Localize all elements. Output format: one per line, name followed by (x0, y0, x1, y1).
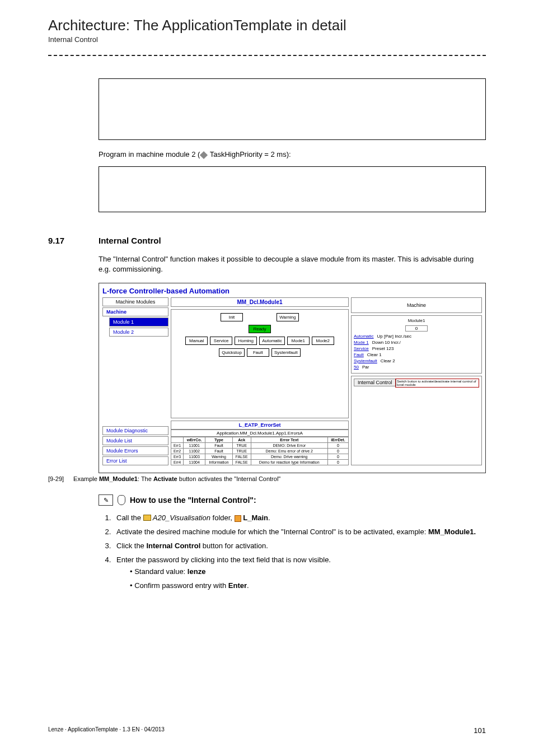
diamond-icon (200, 151, 208, 158)
state-mode1[interactable]: Mode1 (287, 337, 310, 345)
center-header: MM_Dcl.Module1 (171, 297, 349, 307)
program-suffix: TaskHighPriority = 2 ms): (208, 150, 291, 158)
step-2: Activate the desired machine module for … (113, 528, 486, 536)
pencil-icon: ✎ (99, 494, 113, 506)
state-service[interactable]: Service (210, 337, 232, 345)
step2-module: MM_Module1. (428, 528, 476, 536)
label-up: Up [Par] Incr./sec (377, 334, 411, 339)
ui-screenshot: L-force Controller-based Automation Mach… (99, 283, 486, 473)
table-row: Err3 11003 Warning FALSE Demo: Drive war… (171, 454, 349, 460)
doc-icon (235, 515, 241, 522)
state-warning[interactable]: Warning (277, 313, 299, 321)
col-werrco: wErrCo. (184, 437, 205, 443)
caption-bold1: MM_Module1 (99, 475, 138, 482)
link-service[interactable]: Service (354, 346, 369, 351)
btn-module-diagnostic[interactable]: Module Diagnostic (102, 426, 168, 435)
page-title: Architecture: The ApplicationTemplate in… (48, 17, 486, 34)
state-quickstop[interactable]: Quickstop (219, 348, 245, 357)
link-automatic[interactable]: Automatic (354, 334, 374, 339)
state-systemfault[interactable]: Systemfault (271, 348, 301, 357)
step4-sub1: Standard value: lenze (127, 567, 486, 576)
mouse-icon (118, 495, 125, 505)
step-1: Call the A20_Visualisation folder, L_Mai… (113, 514, 486, 522)
right-module1-label: Module1 (408, 318, 425, 323)
btn-module-list[interactable]: Module List (102, 436, 168, 445)
program-line: Program in machine module 2 ( TaskHighPr… (99, 150, 486, 158)
error-table: wErrCo. Type Ack Error Text iErrDet. Err… (171, 437, 349, 465)
figure-caption: [9-29] Example MM_Module1: The Activate … (48, 475, 486, 482)
label-clear1: Clear 1 (367, 352, 382, 357)
code-box-1 (99, 78, 486, 140)
page-number: 101 (474, 726, 486, 735)
step4-sub2: Confirm password entry with Enter. (127, 581, 486, 590)
link-systemfault[interactable]: Systemfault (354, 358, 377, 363)
right-module-box: Module1 0 AutomaticUp [Par] Incr./sec Mo… (351, 315, 482, 374)
folder-icon (143, 515, 151, 521)
step3-button: Internal Control (146, 542, 200, 550)
tree-module1[interactable]: Module 1 (109, 318, 168, 326)
col-type: Type (205, 437, 233, 443)
btn-error-list[interactable]: Error List (102, 456, 168, 465)
step-3: Click the Internal Control button for ac… (113, 542, 486, 550)
step1-folder: A20_Visualisation (151, 514, 210, 522)
btn-module-errors[interactable]: Module Errors (102, 446, 168, 455)
ui-app-title: L-force Controller-based Automation (102, 287, 482, 295)
col-errtext: Error Text (251, 437, 328, 443)
right-module1-val: 0 (405, 325, 428, 332)
program-prefix: Program in machine module 2 ( (99, 150, 200, 158)
table-row: Err2 11002 Fault TRUE Demo: Emu error of… (171, 449, 349, 454)
ui-right-panel: Machine Module1 0 AutomaticUp [Par] Incr… (351, 297, 482, 465)
page-subtitle: Internal Control (48, 35, 486, 44)
step-4: Enter the password by clicking into the … (113, 556, 486, 590)
col-errdet: iErrDet. (328, 437, 349, 443)
table-row: Err1 11001 Fault TRUE DEMO: Drive Error … (171, 443, 349, 449)
ui-center-panel: MM_Dcl.Module1 Init Warning Ready Manual… (171, 297, 349, 465)
label-down: Down 10 Incr./ (372, 340, 401, 345)
state-area: Init Warning Ready Manual Service Homing… (171, 309, 349, 418)
section-number: 9.17 (48, 236, 99, 245)
state-automatic[interactable]: Automatic (259, 337, 285, 345)
right-machine-box: Machine (351, 297, 482, 313)
error-subheader: Application.MM_Dcl.Module1.App1.ErrorsA (171, 430, 349, 437)
caption-bold2: Activate (153, 475, 177, 482)
code-box-2 (99, 166, 486, 212)
intro-text: The "Internal Control" function makes it… (99, 254, 486, 274)
error-header: L_EATP_ErrorSet (171, 421, 349, 430)
step1-main: L_Main (241, 514, 268, 522)
state-ready[interactable]: Ready (249, 325, 271, 333)
caption-prefix: Example (73, 475, 99, 482)
internal-control-panel: Internal Control Switch button to activa… (351, 376, 482, 465)
state-mode2[interactable]: Mode2 (312, 337, 334, 345)
ui-left-panel: Machine Modules Machine Module 1 Module … (102, 297, 168, 465)
table-row: Err4 11004 Information FALSE Demo for re… (171, 460, 349, 465)
footer: Lenze · ApplicationTemplate · 1.3 EN · 0… (48, 726, 486, 735)
tree-machine[interactable]: Machine (102, 307, 168, 316)
col-row (171, 437, 184, 443)
state-manual[interactable]: Manual (185, 337, 208, 345)
state-homing[interactable]: Homing (235, 337, 257, 345)
link-50[interactable]: 50 (354, 365, 359, 370)
footer-left: Lenze · ApplicationTemplate · 1.3 EN · 0… (48, 726, 165, 735)
caption-num: [9-29] (48, 475, 72, 482)
label-preset: Preset 123 (372, 346, 394, 351)
switch-note: Switch button to activate/deactivate int… (395, 379, 479, 388)
link-fault[interactable]: Fault (354, 352, 364, 357)
section-title: Internal Control (99, 236, 161, 245)
col-ack: Ack (232, 437, 251, 443)
label-clear2: Clear 2 (381, 358, 395, 363)
internal-control-button[interactable]: Internal Control (354, 379, 396, 386)
error-section: L_EATP_ErrorSet Application.MM_Dcl.Modul… (171, 421, 349, 465)
label-par: Par (362, 365, 369, 370)
left-header: Machine Modules (102, 297, 168, 306)
divider (48, 55, 486, 56)
link-mode1[interactable]: Mode 1 (354, 340, 369, 345)
caption-suffix: button activates the "Internal Control" (177, 475, 281, 482)
steps-list: Call the A20_Visualisation folder, L_Mai… (113, 514, 486, 590)
state-init[interactable]: Init (221, 313, 243, 321)
howto-title: How to use the "Internal Control": (130, 496, 256, 505)
state-fault[interactable]: Fault (247, 348, 269, 357)
caption-mid: : The (138, 475, 153, 482)
howto-row: ✎ How to use the "Internal Control": (99, 494, 486, 506)
tree-module2[interactable]: Module 2 (109, 328, 168, 337)
